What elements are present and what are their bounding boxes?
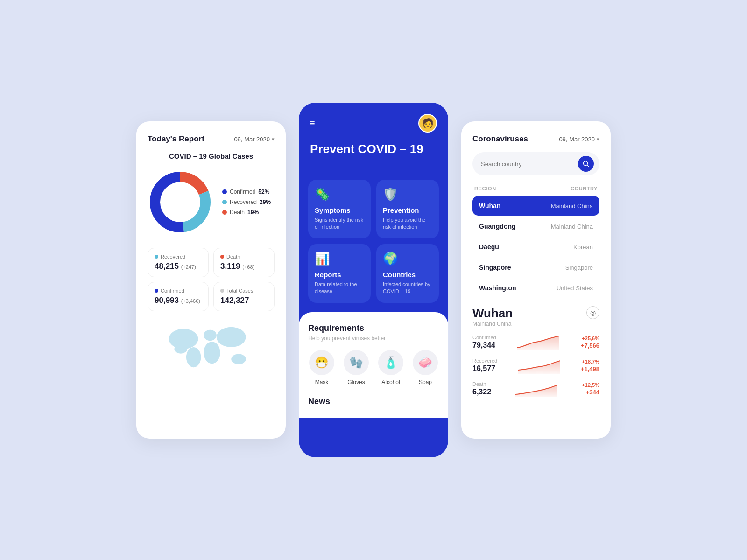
d-recovered-label: Recovered [472, 358, 497, 364]
category-grid: 🦠 Symptoms Signs identify the risk of in… [299, 170, 448, 303]
reports-desc: Data related to the disease [315, 281, 364, 295]
col-region: REGION [474, 186, 496, 191]
card3-date[interactable]: 09, Mar 2020 ▾ [559, 136, 599, 143]
stats-grid: Recovered 48,215 (+247) Death 3,119 (+68… [148, 248, 275, 311]
soap-icon: 🧼 [413, 350, 438, 375]
recovered-chart [518, 357, 560, 374]
requirements-items: 😷 Mask 🧤 Gloves 🧴 Alcohol 🧼 Soap [308, 350, 439, 385]
card3-date-text: 09, Mar 2020 [559, 136, 595, 143]
legend-confirmed-val: 52% [258, 189, 269, 195]
region-washington: Washington [479, 284, 516, 292]
donut-chart [148, 169, 213, 235]
svg-point-9 [217, 327, 246, 347]
card1-date[interactable]: 09, Mar 2020 ▾ [234, 136, 275, 143]
search-bar[interactable] [472, 152, 599, 175]
svg-point-5 [174, 344, 187, 354]
symptoms-desc: Signs identify the risk of infection [315, 217, 364, 231]
req-soap[interactable]: 🧼 Soap [413, 350, 438, 385]
card1-title: Today's Report [148, 134, 204, 144]
chart-title: COVID – 19 Global Cases [148, 152, 275, 160]
symptoms-title: Symptoms [315, 206, 364, 214]
world-map [148, 321, 275, 372]
donut-section: Confirmed 52% Recovered 29% Death 19% [148, 169, 275, 235]
detail-region-title: Wuhan [472, 306, 513, 321]
card3-header: Coronaviruses 09, Mar 2020 ▾ [472, 134, 599, 144]
svg-point-10 [231, 354, 246, 364]
legend-death-val: 19% [247, 209, 259, 216]
countries-icon: 🌍 [383, 252, 432, 266]
req-alcohol[interactable]: 🧴 Alcohol [378, 350, 403, 385]
detail-region-sub: Mainland China [472, 321, 513, 327]
stat-death: Death 3,119 (+68) [213, 248, 275, 277]
legend-confirmed: Confirmed 52% [222, 189, 271, 195]
location-icon[interactable]: ◎ [586, 306, 599, 319]
legend-death-label: Death [230, 209, 245, 216]
detail-section: Wuhan Mainland China ◎ Confirmed 79,344 [472, 306, 599, 397]
requirements-title: Requirements [308, 323, 439, 333]
confirmed-abs: +7,566 [581, 342, 599, 349]
prevention-icon: 🛡️ [383, 187, 432, 202]
hamburger-icon[interactable]: ≡ [310, 119, 315, 128]
stat-confirmed-label: Confirmed [161, 288, 184, 294]
blue-header-top: ≡ 🧑 [310, 114, 437, 133]
alcohol-icon: 🧴 [378, 350, 403, 375]
stat-total-value: 142,327 [220, 296, 268, 305]
search-input[interactable] [481, 161, 574, 168]
req-mask[interactable]: 😷 Mask [309, 350, 334, 385]
legend-recovered-val: 29% [260, 199, 271, 205]
countries-desc: Infected countries by COVID – 19 [383, 281, 432, 295]
stat-confirmed: Confirmed 90,993 (+3,466) [148, 282, 209, 311]
alcohol-label: Alcohol [381, 379, 400, 385]
svg-point-7 [204, 330, 217, 341]
region-singapore: Singapore [479, 264, 511, 271]
stat-confirmed-value: 90,993 (+3,466) [155, 296, 202, 305]
search-button[interactable] [578, 156, 594, 172]
country-guangdong: Mainland China [551, 223, 593, 230]
country-singapore: Singapore [565, 264, 593, 271]
category-symptoms[interactable]: 🦠 Symptoms Signs identify the risk of in… [308, 180, 371, 238]
country-list: Wuhan Mainland China Guangdong Mainland … [472, 196, 599, 298]
req-gloves[interactable]: 🧤 Gloves [344, 350, 369, 385]
country-row-wuhan[interactable]: Wuhan Mainland China [472, 196, 599, 216]
legend-recovered-label: Recovered [230, 199, 257, 205]
symptoms-icon: 🦠 [315, 187, 364, 202]
category-prevention[interactable]: 🛡️ Prevention Help you avoid the risk of… [376, 180, 439, 238]
region-daegu: Daegu [479, 243, 499, 251]
country-row-guangdong[interactable]: Guangdong Mainland China [472, 217, 599, 236]
category-reports[interactable]: 📊 Reports Data related to the disease [308, 244, 371, 303]
country-wuhan: Mainland China [551, 203, 593, 210]
gloves-icon: 🧤 [344, 350, 369, 375]
svg-point-6 [186, 347, 201, 367]
requirements-section: Requirements Help you prevent viruses be… [299, 312, 448, 418]
soap-label: Soap [419, 379, 432, 385]
d-recovered-value: 16,577 [472, 364, 497, 373]
country-row-singapore[interactable]: Singapore Singapore [472, 258, 599, 277]
stat-recovered-label: Recovered [161, 254, 185, 259]
reports-title: Reports [315, 271, 364, 279]
mask-icon: 😷 [309, 350, 334, 375]
d-death-label: Death [472, 381, 491, 387]
svg-line-12 [587, 165, 589, 167]
country-row-daegu[interactable]: Daegu Korean [472, 237, 599, 257]
card-today-report: Today's Report 09, Mar 2020 ▾ COVID – 19… [136, 121, 286, 439]
user-avatar[interactable]: 🧑 [418, 114, 437, 133]
death-abs: +344 [586, 389, 599, 396]
donut-legend: Confirmed 52% Recovered 29% Death 19% [222, 189, 271, 216]
confirmed-pct: +25,6% [582, 336, 599, 341]
country-row-washington[interactable]: Washington United States [472, 278, 599, 298]
blue-header: ≡ 🧑 Prevent COVID – 19 [299, 103, 448, 170]
stat-recovered: Recovered 48,215 (+247) [148, 248, 209, 277]
search-icon [583, 161, 589, 167]
region-guangdong: Guangdong [479, 223, 516, 230]
category-countries[interactable]: 🌍 Countries Infected countries by COVID … [376, 244, 439, 303]
stat-recovered-value: 48,215 (+247) [155, 262, 202, 271]
death-pct: +12,5% [582, 382, 599, 388]
confirmed-chart [517, 334, 559, 350]
stat-total-label: Total Cases [226, 288, 253, 294]
detail-recovered: Recovered 16,577 +18,7% +1,498 [472, 357, 599, 374]
col-country: COUNTRY [571, 186, 598, 191]
d-confirmed-value: 79,344 [472, 341, 496, 350]
region-wuhan: Wuhan [479, 202, 500, 210]
prevention-desc: Help you avoid the risk of infection [383, 217, 432, 231]
detail-confirmed: Confirmed 79,344 +25,6% +7,566 [472, 334, 599, 350]
